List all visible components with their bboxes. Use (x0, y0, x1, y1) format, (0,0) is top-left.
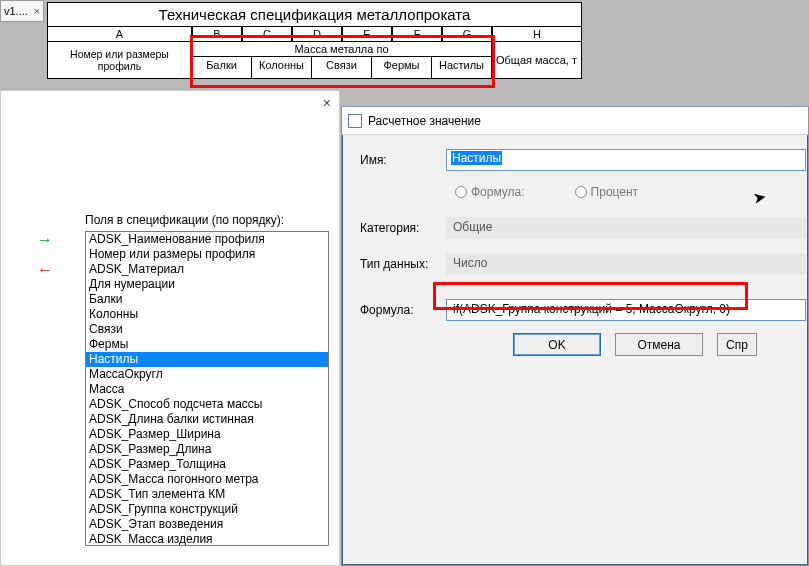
col-svyazi: Связи (312, 57, 372, 78)
col-F: F (392, 27, 442, 42)
list-item[interactable]: Балки (86, 292, 328, 307)
fields-label: Поля в спецификации (по порядку): (85, 213, 284, 227)
list-item[interactable]: ADSK_Тип элемента КМ (86, 487, 328, 502)
dialog-buttons: OK Отмена Спр (513, 333, 757, 356)
col-E: E (342, 27, 392, 42)
col-fermy: Фермы (372, 57, 432, 78)
side-icons (31, 229, 71, 281)
col-G: G (442, 27, 492, 42)
list-item[interactable]: Фермы (86, 337, 328, 352)
col-H: H (492, 27, 582, 42)
col-C: C (242, 27, 292, 42)
add-field-icon[interactable] (31, 229, 59, 251)
radio-percent[interactable]: Процент (575, 185, 639, 199)
panel-close-icon[interactable]: × (323, 95, 331, 111)
ok-button[interactable]: OK (513, 333, 601, 356)
col-balki: Балки (192, 57, 252, 78)
list-item[interactable]: ADSK_Способ подсчета массы (86, 397, 328, 412)
list-item[interactable]: Связи (86, 322, 328, 337)
type-value: Число (446, 253, 806, 275)
discipline-radios: Формула: Процент (360, 185, 808, 199)
list-item[interactable]: ADSK_Масса изделия (86, 532, 328, 546)
type-label: Тип данных: (360, 257, 446, 271)
list-item[interactable]: МассаОкругл (86, 367, 328, 382)
close-icon[interactable]: × (34, 5, 40, 17)
list-item[interactable]: ADSK_Группа конструкций (86, 502, 328, 517)
col-D: D (292, 27, 342, 42)
radio-icon (455, 186, 467, 198)
list-item[interactable]: Для нумерации (86, 277, 328, 292)
remove-field-icon[interactable] (31, 259, 59, 281)
document-tab[interactable]: v1.... × (0, 0, 44, 22)
mass-group-title: Масса металла по (192, 42, 491, 57)
dialog-icon (348, 114, 362, 128)
radio-formula[interactable]: Формула: (455, 185, 525, 199)
list-item[interactable]: ADSK_Материал (86, 262, 328, 277)
col-A: A (47, 27, 192, 42)
category-label: Категория: (360, 221, 446, 235)
help-button[interactable]: Спр (717, 333, 757, 356)
list-item[interactable]: ADSK_Размер_Толщина (86, 457, 328, 472)
cancel-button[interactable]: Отмена (615, 333, 703, 356)
col-total: Общая масса, т (492, 42, 582, 79)
list-item[interactable]: Колонны (86, 307, 328, 322)
list-item[interactable]: Масса (86, 382, 328, 397)
row-label: Номер или размеры профиль (47, 42, 192, 79)
dialog-title: Расчетное значение (368, 114, 481, 128)
col-B: B (192, 27, 242, 42)
schedule-title: Техническая спецификация металлопроката (47, 2, 582, 27)
mass-group: Масса металла по Балки Колонны Связи Фер… (192, 42, 492, 79)
formula-input[interactable]: if(ADSK_Группа конструкций = 5, МассаОкр… (446, 299, 806, 321)
fields-listbox[interactable]: ADSK_Наименование профиляНомер или разме… (85, 231, 329, 546)
name-label: Имя: (360, 153, 446, 167)
col-nastily: Настилы (432, 57, 491, 78)
column-letters: A B C D E F G H (47, 27, 582, 42)
name-input[interactable]: Настилы (446, 149, 806, 171)
list-item[interactable]: ADSK_Этап возведения (86, 517, 328, 532)
list-item[interactable]: ADSK_Длина балки истинная (86, 412, 328, 427)
list-item[interactable]: ADSK_Наименование профиля (86, 232, 328, 247)
name-value: Настилы (451, 151, 502, 165)
list-item[interactable]: ADSK_Размер_Длина (86, 442, 328, 457)
formula-label: Формула: (360, 303, 446, 317)
list-item[interactable]: Настилы (86, 352, 328, 367)
list-item[interactable]: ADSK_Масса погонного метра (86, 472, 328, 487)
list-item[interactable]: Номер или размеры профиля (86, 247, 328, 262)
schedule-table: Техническая спецификация металлопроката … (47, 2, 582, 79)
list-item[interactable]: ADSK_Размер_Ширина (86, 427, 328, 442)
tab-label: v1.... (4, 5, 28, 17)
dialog-titlebar: Расчетное значение (342, 107, 808, 135)
col-kolonny: Колонны (252, 57, 312, 78)
properties-panel: × Поля в спецификации (по порядку): ADSK… (0, 90, 340, 566)
radio-icon (575, 186, 587, 198)
category-value: Общие (446, 217, 806, 239)
